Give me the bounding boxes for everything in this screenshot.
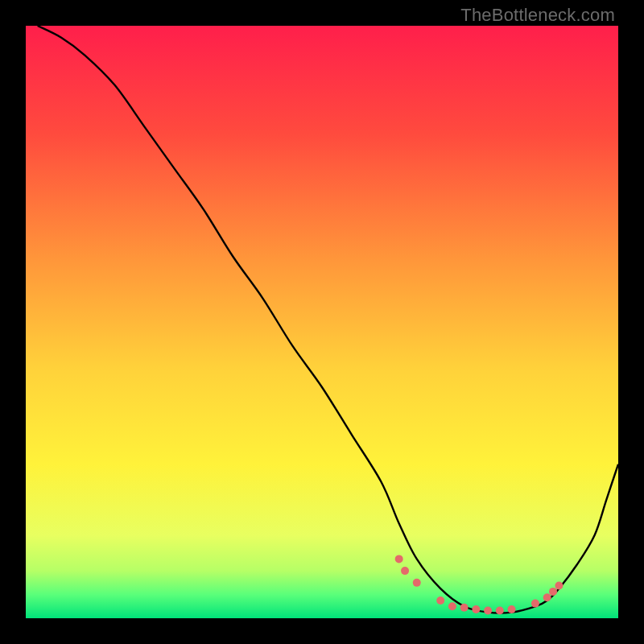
sample-point <box>555 582 563 590</box>
sample-point <box>401 567 409 575</box>
sample-point <box>395 555 403 563</box>
watermark-text: TheBottleneck.com <box>460 5 615 26</box>
chart-frame <box>26 26 618 618</box>
gradient-background <box>26 26 618 618</box>
sample-point <box>436 597 444 605</box>
sample-point <box>531 600 539 608</box>
sample-point <box>448 602 456 610</box>
sample-point <box>413 579 421 587</box>
chart-svg <box>26 26 618 618</box>
sample-point <box>496 606 504 614</box>
sample-point <box>484 606 492 614</box>
sample-point <box>543 593 551 601</box>
sample-point <box>508 605 516 613</box>
sample-point <box>460 604 469 612</box>
sample-point <box>472 605 480 613</box>
sample-point <box>549 588 557 596</box>
